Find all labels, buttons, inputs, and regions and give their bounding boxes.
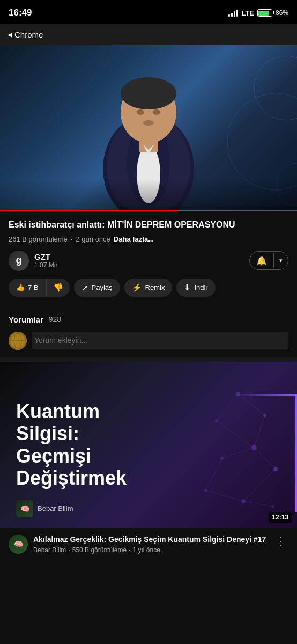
dislike-button[interactable]: 👎	[47, 279, 70, 297]
rec-view-count: 550 B görüntüleme	[72, 546, 127, 554]
brain-icon: 🧠	[20, 504, 29, 513]
svg-point-6	[121, 77, 176, 109]
svg-point-9	[153, 109, 160, 115]
back-arrow-icon: ◂	[8, 29, 12, 40]
channel-info[interactable]: g GZT 1,07 Mn	[9, 251, 57, 271]
dislike-icon: 👎	[53, 283, 63, 292]
subscribe-bell-button[interactable]: 🔔 ▾	[249, 251, 288, 270]
comments-header: Yorumlar 928	[9, 315, 288, 324]
time-ago: 2 gün önce	[76, 235, 110, 243]
rec-thumbnail[interactable]: Kuantum Silgisi: Geçmişi Değiştirmek 🧠 B…	[0, 362, 297, 528]
remix-icon: ⚡	[132, 283, 142, 292]
share-icon: ↗	[81, 283, 88, 292]
bell-icon: 🔔	[250, 252, 273, 269]
share-label: Paylaş	[92, 283, 113, 291]
rec-text-info: Akılalmaz Gerçeklik: Gecikmiş Seçim Kuan…	[33, 535, 268, 554]
svg-line-33	[254, 448, 276, 469]
lte-label: LTE	[241, 9, 254, 17]
svg-line-29	[238, 394, 265, 415]
status-time: 16:49	[9, 8, 32, 18]
like-dislike-group: 👍 7 B 👎	[9, 279, 70, 297]
download-icon: ⬇	[184, 283, 191, 292]
video-player[interactable]	[0, 45, 297, 211]
section-separator	[0, 357, 297, 362]
rec-thumb-title-overlay: Kuantum Silgisi: Geçmişi Değiştirmek	[16, 400, 207, 489]
rec-video-meta: Bebar Bilim · 550 B görüntüleme · 1 yıl …	[33, 546, 268, 554]
rec-more-options-button[interactable]: ⋮	[273, 535, 288, 547]
svg-line-32	[217, 421, 254, 448]
battery-percent: 86%	[276, 9, 288, 17]
svg-point-8	[137, 109, 144, 115]
chrome-back-button[interactable]: ◂ Chrome	[8, 29, 43, 40]
status-bar: 16:49 LTE 86%	[0, 0, 297, 24]
svg-line-36	[206, 458, 222, 491]
download-label: İndir	[194, 283, 207, 291]
like-icon: 👍	[16, 283, 25, 291]
rec-thumb-title: Kuantum Silgisi: Geçmişi Değiştirmek	[16, 400, 150, 489]
avatar-icon	[9, 332, 27, 350]
purple-line-decoration	[295, 394, 297, 512]
action-buttons-row: 👍 7 B 👎 ↗ Paylaş ⚡ Remix ⬇ İndir	[9, 279, 288, 298]
purple-line-horiz-decoration	[233, 394, 297, 396]
comment-input[interactable]	[32, 332, 288, 349]
like-button[interactable]: 👍 7 B	[9, 279, 47, 297]
rec-channel-logo-icon: 🧠	[16, 500, 33, 517]
comments-section: Yorumlar 928	[0, 308, 297, 357]
signal-icon	[228, 9, 238, 17]
battery-indicator: 86%	[257, 9, 288, 17]
video-meta: 261 B görüntüleme · 2 gün önce Daha fazl…	[9, 235, 288, 243]
remix-button[interactable]: ⚡ Remix	[124, 279, 173, 297]
svg-point-10	[143, 120, 154, 126]
channel-subs: 1,07 Mn	[34, 261, 57, 269]
rec-channel-logo-overlay: 🧠 Bebar Bilim	[16, 500, 73, 517]
channel-text: GZT 1,07 Mn	[34, 252, 57, 269]
video-info-section: Eski istihbaratçı anlattı: MİT'İN DEPREM…	[0, 211, 297, 303]
channel-name: GZT	[34, 252, 57, 261]
svg-line-38	[243, 501, 273, 507]
svg-line-34	[222, 448, 254, 458]
download-button[interactable]: ⬇ İndir	[176, 279, 215, 297]
svg-point-13	[227, 93, 297, 190]
video-progress-bar[interactable]	[0, 210, 297, 211]
rec-channel-label: Bebar Bilim	[33, 546, 66, 554]
view-count: 261 B görüntüleme	[9, 235, 68, 243]
rec-time-ago: 1 yıl önce	[132, 546, 160, 554]
svg-line-31	[254, 415, 265, 448]
rec-brain-icon: 🧠	[14, 540, 23, 548]
status-left: 16:49	[9, 8, 32, 18]
rec-channel-name-overlay: Bebar Bilim	[38, 504, 73, 513]
channel-avatar: g	[9, 251, 29, 271]
commenter-avatar	[9, 332, 27, 350]
more-link[interactable]: Daha fazla...	[114, 235, 154, 243]
comments-title: Yorumlar	[9, 315, 43, 324]
video-gradient-overlay	[0, 179, 297, 211]
svg-line-30	[217, 394, 238, 421]
like-count: 7 B	[28, 283, 39, 291]
video-title: Eski istihbaratçı anlattı: MİT'İN DEPREM…	[9, 219, 288, 231]
channel-row: g GZT 1,07 Mn 🔔 ▾	[9, 251, 288, 271]
browser-label: Chrome	[14, 30, 43, 39]
remix-label: Remix	[145, 283, 165, 291]
chrome-nav-bar: ◂ Chrome	[0, 24, 297, 45]
svg-line-35	[243, 469, 276, 501]
rec-channel-avatar: 🧠	[9, 535, 28, 554]
rec-info-row: 🧠 Akılalmaz Gerçeklik: Gecikmiş Seçim Ku…	[0, 528, 297, 561]
comment-input-row	[9, 332, 288, 350]
share-button[interactable]: ↗ Paylaş	[74, 279, 120, 297]
status-right: LTE 86%	[228, 9, 288, 17]
recommended-video-card: Kuantum Silgisi: Geçmişi Değiştirmek 🧠 B…	[0, 362, 297, 561]
bell-chevron-icon: ▾	[273, 253, 288, 268]
svg-line-37	[206, 491, 243, 501]
svg-point-12	[254, 56, 297, 120]
rec-video-title: Akılalmaz Gerçeklik: Gecikmiş Seçim Kuan…	[33, 535, 268, 544]
comments-count: 928	[49, 315, 61, 324]
video-progress-fill	[0, 210, 178, 211]
